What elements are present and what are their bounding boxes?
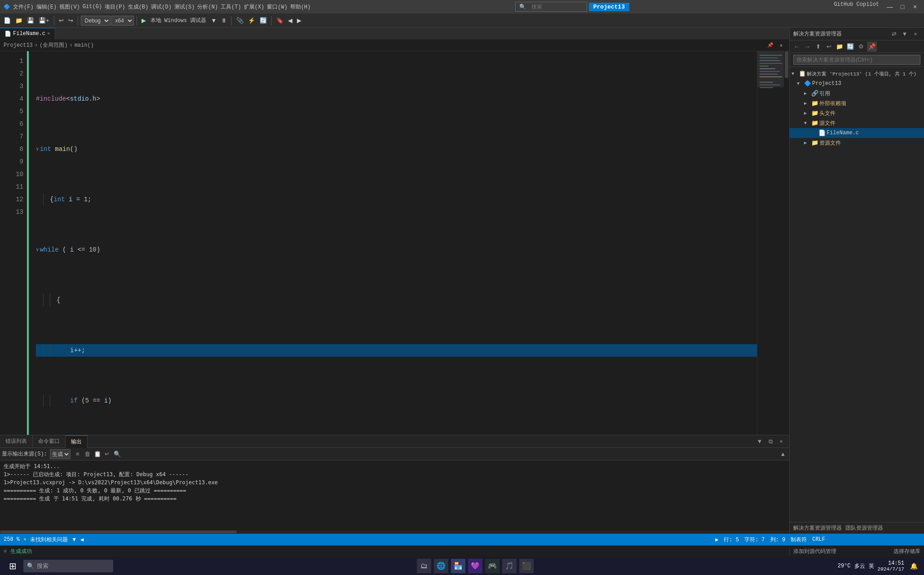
taskbar-explorer-icon[interactable]: 🗂 xyxy=(417,559,431,573)
output-source-dropdown[interactable]: 生成 xyxy=(50,449,71,459)
taskbar-browser-icon[interactable]: 🌐 xyxy=(434,559,448,573)
breadcrumb-pin-button[interactable]: 📌 xyxy=(766,41,775,50)
menu-debug[interactable]: 调试(D) xyxy=(151,3,172,11)
menu-build[interactable]: 生成(B) xyxy=(128,3,149,11)
run-button[interactable]: ▶ xyxy=(140,15,148,27)
menu-git[interactable]: Git(G) xyxy=(83,4,102,10)
se-toolbar-btn-4[interactable]: ↩ xyxy=(824,42,834,52)
menu-tools[interactable]: 工具(T) xyxy=(221,3,241,11)
tab-command[interactable]: 命令窗口 xyxy=(33,435,66,448)
editor-scrollbar-thumb[interactable] xyxy=(785,51,788,78)
menu-window[interactable]: 窗口(W) xyxy=(267,3,287,11)
output-hscrollbar[interactable] xyxy=(0,530,789,534)
redo-button[interactable]: ↪ xyxy=(66,15,75,27)
taskbar-vs-icon[interactable]: 💜 xyxy=(468,559,482,573)
menu-test[interactable]: 测试(S) xyxy=(174,3,195,11)
fold-indicator-2[interactable]: ∨ xyxy=(36,143,39,155)
status-encoding[interactable]: CRLF xyxy=(812,536,825,543)
se-toolbar-active-btn[interactable]: 📌 xyxy=(867,42,877,52)
status-col-num[interactable]: 列: 9 xyxy=(770,536,786,544)
window-maximize-button[interactable]: □ xyxy=(897,1,908,12)
output-clear-button[interactable]: 🗑 xyxy=(83,450,92,459)
status-zoom[interactable]: 258 % xyxy=(4,536,20,543)
breadcrumb-scope[interactable]: (全局范围) xyxy=(40,41,67,49)
menu-edit[interactable]: 编辑(E) xyxy=(36,3,57,11)
tree-item-external-deps[interactable]: ▶ 📁 外部依赖项 xyxy=(790,98,924,108)
taskbar-clock[interactable]: 14:51 2024/7/17 xyxy=(878,560,904,572)
se-properties-button[interactable]: ⚙ xyxy=(856,42,866,52)
toolbar-btn-5[interactable]: ⚡ xyxy=(246,15,257,27)
tree-item-project13[interactable]: ▼ 🔷 Project13 xyxy=(790,79,924,88)
window-minimize-button[interactable]: — xyxy=(884,1,895,12)
undo-button[interactable]: ↩ xyxy=(57,15,66,27)
bookmark-button[interactable]: 🔖 xyxy=(274,15,285,27)
taskbar-search-container[interactable]: 🔍 搜索 xyxy=(23,560,113,572)
bookmark-prev-button[interactable]: ◀ xyxy=(286,15,294,27)
window-close-button[interactable]: × xyxy=(910,1,920,12)
output-copy-button[interactable]: 📋 xyxy=(93,450,102,459)
output-float-button[interactable]: ⧉ xyxy=(766,437,775,446)
tree-item-references[interactable]: ▶ 🔗 引用 xyxy=(790,88,924,98)
status-left-arrow[interactable]: ◀ xyxy=(80,536,84,543)
status-selection[interactable]: 制表符 xyxy=(791,536,807,544)
taskbar-terminal-icon[interactable]: ⬛ xyxy=(519,559,534,573)
run-dropdown-button[interactable]: ▼ xyxy=(209,15,218,27)
se-toolbar-btn-1[interactable]: ← xyxy=(791,42,801,52)
tab-close-button[interactable]: × xyxy=(47,31,50,36)
editor-scrollbar[interactable] xyxy=(784,51,789,435)
select-repo-label[interactable]: 选择存储库 xyxy=(893,548,920,555)
fold-indicator-4[interactable]: ∨ xyxy=(36,243,39,256)
output-wrap-button[interactable]: ↵ xyxy=(103,450,112,459)
se-close-button[interactable]: × xyxy=(911,29,920,39)
menu-view[interactable]: 视图(V) xyxy=(59,3,80,11)
status-row[interactable]: 行: 5 xyxy=(724,536,739,544)
notification-button[interactable]: 🔔 xyxy=(908,557,920,575)
tab-errors[interactable]: 错误列表 xyxy=(0,435,33,448)
debug-config-dropdown[interactable]: Debug xyxy=(81,16,111,26)
new-file-button[interactable]: 📄 xyxy=(2,15,13,27)
breadcrumb-function[interactable]: main() xyxy=(75,42,94,49)
output-close-button[interactable]: × xyxy=(777,437,786,446)
tab-output[interactable]: 输出 xyxy=(66,435,88,448)
se-toolbar-btn-6[interactable]: 🔄 xyxy=(845,42,855,52)
menu-file[interactable]: 文件(F) xyxy=(13,3,34,11)
tree-item-source-files[interactable]: ▼ 📁 源文件 xyxy=(790,118,924,128)
code-content[interactable]: #include<stdio.h> ∨ int main() {int i = … xyxy=(32,51,757,435)
tree-item-resource-files[interactable]: ▶ 📁 资源文件 xyxy=(790,138,924,148)
menu-extend[interactable]: 扩展(X) xyxy=(244,3,265,11)
taskbar-store-icon[interactable]: 🏪 xyxy=(451,559,465,573)
status-col[interactable]: 字符: 7 xyxy=(744,536,765,544)
solution-explorer-search-input[interactable] xyxy=(793,55,920,65)
menu-help[interactable]: 帮助(H) xyxy=(290,3,311,11)
tree-item-filename-c[interactable]: 📄 FileName.c xyxy=(790,128,924,138)
se-collapse-button[interactable]: ▼ xyxy=(900,29,910,39)
breadcrumb-close-button[interactable]: × xyxy=(777,41,786,50)
toolbar-btn-6[interactable]: 🔄 xyxy=(258,15,269,27)
pause-button[interactable]: ⏸ xyxy=(219,15,229,27)
se-sync-button[interactable]: ⇄ xyxy=(889,29,899,39)
status-filter-button[interactable]: ▼ xyxy=(71,536,77,543)
save-button[interactable]: 💾 xyxy=(25,15,36,27)
tree-item-headers[interactable]: ▶ 📁 头文件 xyxy=(790,108,924,118)
open-file-button[interactable]: 📁 xyxy=(13,15,24,27)
output-filter-button[interactable]: ≡ xyxy=(73,450,82,459)
status-no-issues[interactable]: 未找到相关问题 xyxy=(30,536,68,544)
tree-item-solution[interactable]: ▼ 📋 解决方案 'Project13' (1 个项目, 共 1 个) xyxy=(790,69,924,79)
taskbar-music-icon[interactable]: 🎵 xyxy=(502,559,517,573)
output-hscrollbar-thumb[interactable] xyxy=(0,531,237,533)
output-scroll-up-button[interactable]: ▲ xyxy=(778,450,787,459)
se-toolbar-btn-2[interactable]: → xyxy=(802,42,812,52)
attach-button[interactable]: 📎 xyxy=(234,15,245,27)
tab-filename-c[interactable]: 📄 FileName.c × xyxy=(0,28,55,40)
add-source-control-label[interactable]: 添加到源代码管理 xyxy=(793,548,836,555)
bookmark-next-button[interactable]: ▶ xyxy=(295,15,303,27)
taskbar-game-icon[interactable]: 🎮 xyxy=(485,559,500,573)
taskbar-language[interactable]: 英 xyxy=(869,562,874,570)
title-search-input[interactable] xyxy=(528,2,573,12)
se-toolbar-btn-3[interactable]: ⬆ xyxy=(813,42,823,52)
platform-dropdown[interactable]: x64 xyxy=(111,16,134,26)
output-find-button[interactable]: 🔍 xyxy=(113,450,122,459)
start-button[interactable]: ⊞ xyxy=(4,557,22,575)
se-toolbar-btn-5[interactable]: 📁 xyxy=(835,42,844,52)
menu-analyze[interactable]: 分析(N) xyxy=(197,3,218,11)
